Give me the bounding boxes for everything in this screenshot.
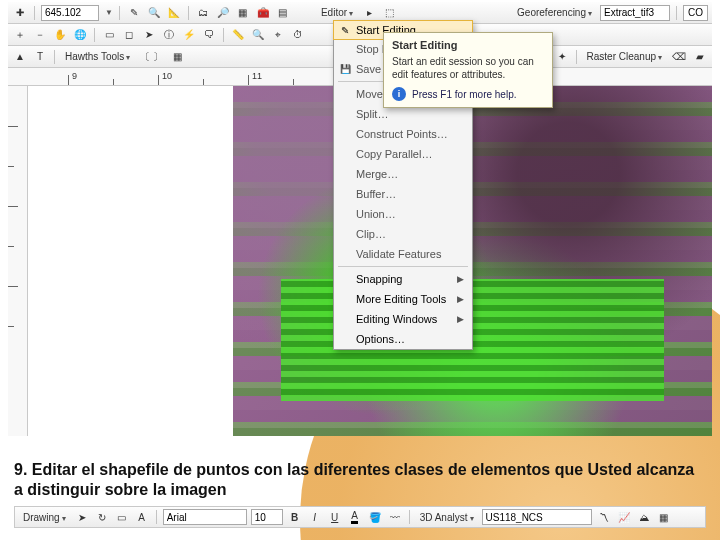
flicker-icon[interactable]: ✦ xyxy=(554,49,570,65)
editor-toolbar-icon[interactable]: ✎ xyxy=(126,5,142,21)
bracket-icon[interactable]: 〔 〕 xyxy=(138,49,165,65)
catalog-icon[interactable]: 🗂 xyxy=(195,5,211,21)
add-data-icon[interactable]: ✚ xyxy=(12,5,28,21)
select-icon[interactable]: ▭ xyxy=(101,27,117,43)
georef-label: Georeferencing xyxy=(517,7,586,18)
ruler-tick-label: 9 xyxy=(72,71,77,81)
toolbox-icon[interactable]: 🧰 xyxy=(255,5,271,21)
grid-icon[interactable]: ▦ xyxy=(169,49,185,65)
chevron-down-icon: ▾ xyxy=(126,53,130,62)
menu-union: Union… xyxy=(334,204,472,224)
zoom-out-icon[interactable]: － xyxy=(32,27,48,43)
menu-item-label: Split… xyxy=(356,108,388,120)
co-button[interactable]: CO xyxy=(683,5,708,21)
rectangle-icon[interactable]: ▭ xyxy=(114,509,130,525)
hawths-dropdown[interactable]: Hawths Tools▾ xyxy=(61,51,134,62)
zoom-in-icon[interactable]: ＋ xyxy=(12,27,28,43)
menu-buffer: Buffer… xyxy=(334,184,472,204)
line-color-icon[interactable]: 〰 xyxy=(387,509,403,525)
html-popup-icon[interactable]: 🗨 xyxy=(201,27,217,43)
menu-item-label: Options… xyxy=(356,333,405,345)
measure2-icon[interactable]: 📏 xyxy=(230,27,246,43)
edit-vertices-icon[interactable]: ⬚ xyxy=(381,5,397,21)
fill-color-icon[interactable]: 🪣 xyxy=(367,509,383,525)
menu-snapping[interactable]: Snapping▶ xyxy=(334,269,472,289)
editor-dropdown[interactable]: Editor▾ xyxy=(317,7,357,18)
editor-dropdown-label: Editor xyxy=(321,7,347,18)
python-icon[interactable]: ▦ xyxy=(235,5,251,21)
bold-icon[interactable]: B xyxy=(287,509,303,525)
layout-north-icon[interactable]: ▲ xyxy=(12,49,28,65)
slide-caption: 9. Editar el shapefile de puntos con las… xyxy=(14,460,706,500)
chevron-down-icon: ▾ xyxy=(658,53,662,62)
tooltip-start-editing: Start Editing Start an edit session so y… xyxy=(383,32,553,108)
arcmap-window: ✚ ▼ ✎ 🔍 📐 🗂 🔎 ▦ 🧰 ▤ Editor▾ ▸ ⬚ Georefer… xyxy=(8,2,712,464)
scale-input[interactable] xyxy=(41,5,99,21)
submenu-arrow-icon: ▶ xyxy=(457,314,464,324)
menu-item-label: Editing Windows xyxy=(356,313,437,325)
hawths-label: Hawths Tools xyxy=(65,51,124,62)
fill-icon[interactable]: ▰ xyxy=(692,49,708,65)
text-icon[interactable]: A xyxy=(134,509,150,525)
drawing-dropdown[interactable]: Drawing▾ xyxy=(19,512,70,523)
tooltip-help-text: Press F1 for more help. xyxy=(412,89,516,100)
chevron-down-icon: ▾ xyxy=(62,514,66,523)
layout-text-icon[interactable]: T xyxy=(32,49,48,65)
identify-icon[interactable]: ⓘ xyxy=(161,27,177,43)
chevron-down-icon: ▾ xyxy=(470,514,474,523)
chevron-down-icon: ▾ xyxy=(588,9,592,18)
edit-tool-icon[interactable]: ▸ xyxy=(361,5,377,21)
menu-item-label: More Editing Tools xyxy=(356,293,446,305)
time-slider-icon[interactable]: ⏱ xyxy=(290,27,306,43)
pencil-icon xyxy=(338,23,352,37)
menu-item-label: Merge… xyxy=(356,168,398,180)
menu-copy-parallel: Copy Parallel… xyxy=(334,144,472,164)
raster-cleanup-dropdown[interactable]: Raster Cleanup▾ xyxy=(583,51,666,62)
find2-icon[interactable]: 🔍 xyxy=(250,27,266,43)
font-select[interactable] xyxy=(163,509,247,525)
font-color-icon[interactable]: A xyxy=(347,509,363,525)
menu-clip: Clip… xyxy=(334,224,472,244)
save-icon xyxy=(338,62,352,76)
analyst-layer-select[interactable] xyxy=(482,509,592,525)
clear-selection-icon[interactable]: ◻ xyxy=(121,27,137,43)
chevron-down-icon[interactable]: ▼ xyxy=(105,8,113,17)
eraser-icon[interactable]: ⌫ xyxy=(670,49,688,65)
tooltip-title: Start Editing xyxy=(392,39,544,51)
raster-cleanup-label: Raster Cleanup xyxy=(587,51,656,62)
profile-icon[interactable]: 📈 xyxy=(616,509,632,525)
search-icon[interactable]: 🔎 xyxy=(215,5,231,21)
menu-more-editing-tools[interactable]: More Editing Tools▶ xyxy=(334,289,472,309)
steepest-icon[interactable]: ⛰ xyxy=(636,509,652,525)
menu-construct-points: Construct Points… xyxy=(334,124,472,144)
menu-editing-windows[interactable]: Editing Windows▶ xyxy=(334,309,472,329)
pointer-icon[interactable]: ➤ xyxy=(141,27,157,43)
rotate-icon[interactable]: ↻ xyxy=(94,509,110,525)
hyperlink-icon[interactable]: ⚡ xyxy=(181,27,197,43)
menu-options[interactable]: Options… xyxy=(334,329,472,349)
full-extent-icon[interactable]: 🌐 xyxy=(72,27,88,43)
georef-layer-input[interactable] xyxy=(600,5,670,21)
georef-dropdown[interactable]: Georeferencing▾ xyxy=(513,7,596,18)
underline-icon[interactable]: U xyxy=(327,509,343,525)
interpolate-icon[interactable]: 〽 xyxy=(596,509,612,525)
info-icon: i xyxy=(392,87,406,101)
menu-item-label: Clip… xyxy=(356,228,386,240)
select-elements-icon[interactable]: ➤ xyxy=(74,509,90,525)
measure-icon[interactable]: 📐 xyxy=(166,5,182,21)
tooltip-body: Start an edit session so you can edit fe… xyxy=(392,55,544,81)
gotoxy-icon[interactable]: ⌖ xyxy=(270,27,286,43)
ruler-vertical xyxy=(8,86,28,436)
menu-item-label: Validate Features xyxy=(356,248,441,260)
analyst-dropdown[interactable]: 3D Analyst▾ xyxy=(416,512,478,523)
3d-icon[interactable]: ▦ xyxy=(656,509,672,525)
drawing-label: Drawing xyxy=(23,512,60,523)
menu-item-label: Construct Points… xyxy=(356,128,448,140)
model-icon[interactable]: ▤ xyxy=(275,5,291,21)
font-size-select[interactable] xyxy=(251,509,283,525)
pan-icon[interactable]: ✋ xyxy=(52,27,68,43)
ruler-tick-label: 10 xyxy=(162,71,172,81)
menu-item-label: Union… xyxy=(356,208,396,220)
find-icon[interactable]: 🔍 xyxy=(146,5,162,21)
italic-icon[interactable]: I xyxy=(307,509,323,525)
